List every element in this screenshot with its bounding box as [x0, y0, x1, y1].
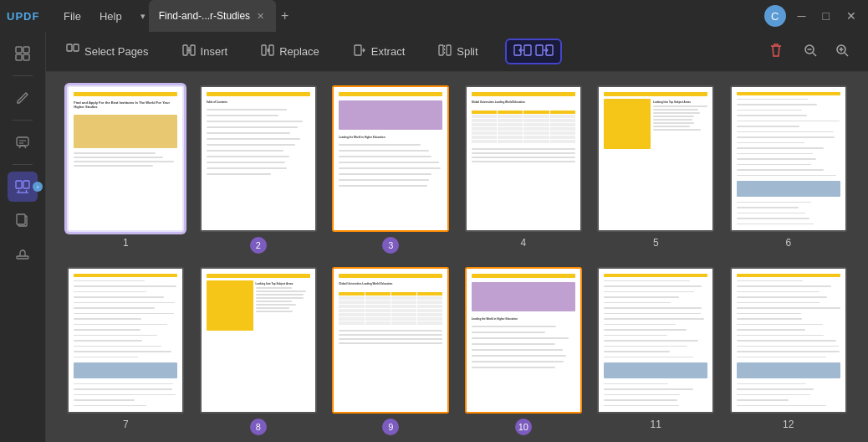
svg-rect-7 [16, 181, 22, 188]
svg-rect-16 [74, 44, 79, 51]
svg-rect-17 [183, 45, 187, 55]
svg-rect-8 [23, 181, 29, 188]
page-thumbnail-9: Global Universities Leading World Educat… [332, 267, 449, 414]
page-item-5[interactable]: Looking Into Top Subject Areas5 [596, 85, 716, 254]
page-num-11: 11 [651, 419, 661, 430]
page-badge-3: 3 [382, 237, 399, 254]
page-item-8[interactable]: Looking Into Top Subject Areas8 [199, 267, 319, 435]
page-item-7[interactable]: 7 [66, 267, 186, 435]
svg-rect-23 [355, 45, 361, 55]
page-num-7: 7 [123, 419, 129, 430]
page-badge-2: 2 [250, 237, 267, 254]
organize-pages-icon[interactable]: › [8, 172, 38, 202]
svg-rect-14 [17, 256, 28, 259]
edit-text-icon[interactable] [8, 83, 38, 113]
page-label-11: 11 [651, 419, 661, 430]
page-label-1: 1 [123, 237, 129, 249]
svg-rect-28 [524, 45, 531, 55]
copy-pages-icon[interactable] [8, 205, 38, 235]
select-pages-label: Select Pages [84, 45, 149, 58]
page-label-7: 7 [123, 419, 129, 430]
page-grid-container[interactable]: Find and Apply For the Best Institutes I… [46, 72, 868, 442]
page-item-2[interactable]: Table of Contents2 [199, 85, 319, 254]
tab-dropdown-arrow[interactable]: ▾ [137, 9, 149, 23]
insert-button[interactable]: Insert [176, 40, 235, 63]
page-item-3[interactable]: Leading the World in Higher Education3 [331, 85, 451, 254]
maximize-button[interactable]: □ [818, 6, 835, 26]
page-badge-10: 10 [515, 419, 532, 435]
page-thumbnail-8: Looking Into Top Subject Areas [200, 267, 317, 414]
sidebar-divider-2 [13, 120, 33, 121]
split-button[interactable]: Split [431, 40, 484, 63]
page-item-1[interactable]: Find and Apply For the Best Institutes I… [66, 85, 186, 254]
avatar[interactable]: C [764, 5, 786, 27]
page-thumbnail-10: Leading the World in Higher Education [465, 267, 582, 414]
svg-rect-25 [447, 45, 451, 55]
page-label-6: 6 [785, 237, 791, 249]
page-item-9[interactable]: Global Universities Leading World Educat… [331, 267, 451, 435]
comment-icon[interactable] [8, 127, 38, 157]
titlebar-right: C ─ □ ✕ [764, 5, 861, 27]
svg-line-37 [845, 53, 848, 56]
svg-line-33 [813, 53, 816, 56]
replace-button[interactable]: Replace [254, 40, 326, 63]
updf-logo-text: UPDF [7, 10, 39, 23]
page-thumbnail-12 [730, 267, 847, 414]
close-button[interactable]: ✕ [841, 6, 861, 26]
active-tab[interactable]: Find-and-...r-Studies ✕ [149, 0, 276, 32]
stamp-icon[interactable] [8, 239, 38, 269]
page-badge-8: 8 [250, 419, 267, 435]
page-num-4: 4 [520, 237, 526, 249]
titlebar: UPDF File Help ▾ Find-and-...r-Studies ✕… [0, 0, 868, 32]
select-pages-button[interactable]: Select Pages [59, 40, 156, 63]
svg-rect-15 [67, 44, 72, 51]
page-badge-9: 9 [382, 419, 399, 435]
extract-button[interactable]: Extract [346, 40, 411, 63]
page-item-11[interactable]: 11 [596, 267, 716, 435]
page-num-6: 6 [785, 237, 791, 249]
menu-file[interactable]: File [55, 7, 89, 26]
svg-rect-2 [16, 54, 22, 60]
new-tab-button[interactable]: + [276, 7, 294, 25]
page-thumbnail-5: Looking Into Top Subject Areas [597, 85, 714, 232]
page-num-5: 5 [653, 237, 659, 249]
page-thumbnail-4: Global Universities Leading World Educat… [465, 85, 582, 232]
content-area: Select Pages Insert [46, 32, 868, 442]
menu-help[interactable]: Help [91, 7, 130, 26]
svg-rect-13 [17, 214, 25, 224]
svg-rect-0 [16, 47, 22, 53]
toolbar-zoom-controls [761, 39, 855, 65]
page-num-12: 12 [783, 419, 794, 430]
page-item-4[interactable]: Global Universities Leading World Educat… [464, 85, 584, 254]
svg-rect-18 [191, 45, 195, 55]
sidebar-divider-3 [13, 164, 33, 165]
tab-label: Find-and-...r-Studies [159, 10, 250, 22]
page-label-10: 10 [515, 419, 532, 435]
page-thumbnail-11 [597, 267, 714, 414]
svg-rect-21 [262, 45, 266, 55]
tab-close-button[interactable]: ✕ [255, 10, 266, 23]
main-area: › [0, 32, 868, 442]
page-thumbnail-6 [730, 85, 847, 232]
zoom-in-button[interactable] [830, 41, 855, 63]
select-pages-icon [66, 44, 79, 59]
thumbnail-icon[interactable] [8, 39, 38, 69]
move-right-icon [535, 44, 554, 59]
replace-icon [261, 44, 274, 59]
page-label-9: 9 [382, 419, 399, 435]
page-label-12: 12 [783, 419, 794, 430]
svg-rect-29 [536, 45, 543, 55]
page-item-12[interactable]: 12 [729, 267, 849, 435]
page-label-3: 3 [382, 237, 399, 254]
page-label-4: 4 [520, 237, 526, 249]
zoom-out-button[interactable] [798, 41, 823, 63]
delete-pages-button[interactable] [761, 39, 791, 65]
move-pages-button[interactable] [505, 39, 562, 64]
page-item-10[interactable]: Leading the World in Higher Education10 [464, 267, 584, 435]
insert-icon [182, 44, 196, 59]
svg-rect-24 [439, 45, 443, 55]
split-label: Split [457, 45, 477, 58]
minimize-button[interactable]: ─ [793, 6, 811, 26]
page-item-6[interactable]: 6 [729, 85, 849, 254]
titlebar-menu: File Help [55, 7, 130, 26]
